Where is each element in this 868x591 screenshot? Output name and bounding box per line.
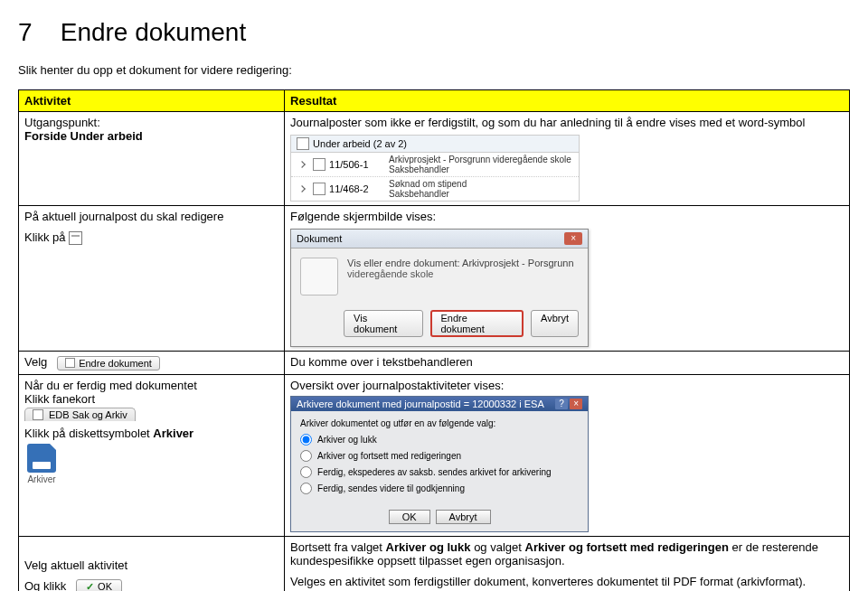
edb-sak-arkiv-tab: EDB Sak og Arkiv [24, 408, 136, 421]
list-tab-label: Under arbeid (2 av 2) [313, 138, 407, 149]
radio-option: Arkiver og fortsett med redigeringen [300, 450, 579, 462]
window-controls: ? × [555, 399, 582, 409]
close-icon: × [570, 399, 582, 409]
col-header-resultat: Resultat [285, 90, 850, 112]
row5-paragraph-2: Velges en aktivitet som ferdigstiller do… [290, 575, 844, 588]
disk-label: Arkiver [24, 474, 59, 484]
ok-inline-button: ✓ OK [76, 579, 122, 591]
section-heading: 7 Endre dokument [18, 18, 850, 47]
intro-text: Slik henter du opp et dokument for vider… [18, 63, 850, 77]
row1-left-line2: Forside Under arbeid [24, 129, 278, 143]
row5-left-line2: Og klikk [24, 579, 66, 591]
list-item-sub: Saksbehandler [389, 164, 571, 174]
list-item-title: Arkivprosjekt - Porsgrunn videregående s… [389, 155, 571, 164]
radio-arkiver-lukk [300, 434, 312, 446]
chevron-right-icon [298, 185, 306, 192]
activity-result-table: Aktivitet Resultat Utgangspunkt: Forside… [18, 89, 850, 591]
list-item-title: Søknad om stipend [389, 179, 467, 189]
checkmark-icon: ✓ [86, 581, 94, 591]
radio-option: Ferdig, sendes videre til godkjenning [300, 483, 579, 494]
arkiver-dialog-screenshot: Arkivere dokument med journalpostid = 12… [290, 396, 589, 532]
row4-left-line2: Klikk fanekort [24, 392, 278, 406]
dialog-large-icon [300, 258, 338, 296]
vis-dokument-button: Vis dokument [344, 310, 423, 337]
dialog-title: Dokument [297, 233, 342, 244]
row4-left-line3a: Klikk på diskettsymbolet [24, 427, 153, 440]
close-icon: × [564, 232, 582, 245]
radio-option: Ferdig, ekspederes av saksb. sendes arki… [300, 466, 579, 478]
endre-dokument-label: Endre dokument [79, 358, 152, 369]
arkiver-disk-block: Arkiver [24, 444, 59, 484]
row2-left-line2: Klikk på [24, 230, 66, 244]
chevron-right-icon [298, 161, 306, 168]
radio-ferdig-godkjenning [300, 483, 312, 494]
row5-paragraph-1: Bortsett fra valget Arkiver og lukk og v… [290, 540, 844, 568]
radio-ferdig-eksped [300, 466, 312, 478]
dialog-text-1: Vis eller endre dokument: Arkivprosjekt … [347, 258, 573, 268]
fanekort-label: EDB Sak og Arkiv [49, 409, 127, 420]
row3-left-text: Velg [24, 355, 47, 369]
list-item: 11/506-1 Arkivprosjekt - Porsgrunn vider… [291, 153, 579, 177]
word-document-icon [69, 231, 82, 245]
avbryt-button: Avbryt [531, 310, 579, 337]
journalpost-list-screenshot: Under arbeid (2 av 2) 11/506-1 Arkivpros… [290, 135, 580, 202]
row1-left-line1: Utgangspunkt: [24, 116, 278, 129]
list-icon [297, 137, 309, 150]
floppy-disk-icon [27, 444, 56, 473]
word-document-icon [313, 158, 326, 171]
avbryt-button: Avbryt [436, 510, 491, 524]
row2-left-line1: På aktuell journalpost du skal redigere [24, 210, 278, 223]
row2-right-text: Følgende skjermbilde vises: [290, 210, 844, 223]
ok-button: OK [389, 510, 430, 524]
radio-arkiver-fortsett [300, 450, 312, 462]
row5-left-line1: Velg aktuell aktivitet [24, 558, 278, 572]
radio-option: Arkiver og lukk [300, 434, 579, 446]
list-item-sub: Saksbehandler [389, 189, 467, 199]
row1-right-text: Journalposter som ikke er ferdigstilt, o… [290, 116, 844, 129]
list-item: 11/468-2 Søknad om stipend Saksbehandler [291, 177, 579, 201]
ok-label: OK [98, 581, 112, 591]
row4-right-text: Oversikt over journalpostaktiviteter vis… [290, 379, 844, 392]
document-icon [65, 358, 75, 368]
help-icon: ? [555, 399, 568, 409]
col-header-aktivitet: Aktivitet [19, 90, 285, 112]
arkiver-label: Arkiver dokumentet og utfør en av følgen… [300, 418, 579, 428]
row4-left-line3b: Arkiver [153, 427, 193, 440]
section-number: 7 [18, 18, 33, 46]
list-item-id: 11/506-1 [329, 159, 385, 170]
section-title-text: Endre dokument [61, 18, 246, 46]
row3-right-text: Du komme over i tekstbehandleren [290, 355, 844, 369]
arkiver-dialog-title: Arkivere dokument med journalpostid = 12… [297, 399, 544, 409]
endre-dokument-inline-button: Endre dokument [57, 356, 160, 371]
list-item-id: 11/468-2 [329, 183, 385, 194]
word-document-icon [313, 183, 326, 195]
dialog-text-2: videregående skole [347, 268, 573, 279]
tab-icon [33, 409, 43, 420]
row4-left-line1: Når du er ferdig med dokumentet [24, 379, 278, 392]
endre-dokument-button: Endre dokument [430, 310, 524, 337]
document-dialog-screenshot: Dokument × Vis eller endre dokument: Ark… [290, 229, 589, 347]
